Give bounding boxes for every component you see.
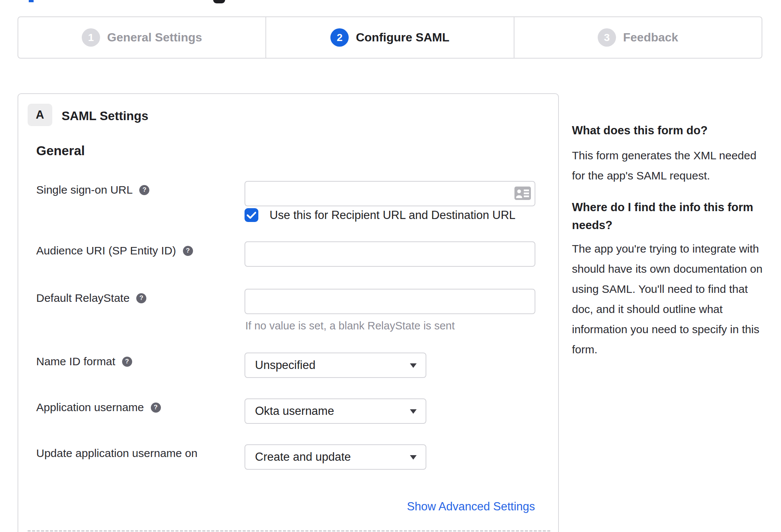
field-label-text: Audience URI (SP Entity ID) <box>36 244 176 257</box>
select-value: Create and update <box>255 450 351 464</box>
step-number-badge: 2 <box>330 28 349 47</box>
help-icon[interactable]: ? <box>183 246 193 256</box>
audience-uri-input[interactable] <box>245 241 535 267</box>
help-question-1: What does this form do? <box>572 122 707 140</box>
step-number-badge: 3 <box>598 28 616 47</box>
section-a-badge: A <box>28 104 52 126</box>
checkmark-icon <box>247 212 256 219</box>
help-answer-2: The app you're trying to integrate with … <box>572 239 762 360</box>
update-application-username-label: Update application username on <box>36 447 197 460</box>
general-section-heading: General <box>36 143 85 158</box>
wizard-stepper: 1 General Settings 2 Configure SAML 3 Fe… <box>18 16 762 59</box>
step-label: Feedback <box>623 31 678 44</box>
show-advanced-settings-link[interactable]: Show Advanced Settings <box>407 500 535 513</box>
field-label-text: Update application username on <box>36 447 197 460</box>
dashed-section-divider <box>28 530 550 532</box>
relaystate-hint: If no value is set, a blank RelayState i… <box>245 320 455 332</box>
update-application-username-select[interactable]: Create and update <box>245 444 426 470</box>
step-configure-saml[interactable]: 2 Configure SAML <box>265 17 513 58</box>
field-label-text: Name ID format <box>36 355 115 368</box>
default-relaystate-input[interactable] <box>245 289 535 314</box>
chevron-down-icon <box>410 363 417 368</box>
saml-settings-card: A SAML Settings General Single sign-on U… <box>18 93 559 532</box>
default-relaystate-label: Default RelayState ? <box>36 292 146 304</box>
name-id-format-label: Name ID format ? <box>36 355 132 368</box>
help-icon[interactable]: ? <box>151 403 161 413</box>
configure-saml-page: 1 General Settings 2 Configure SAML 3 Fe… <box>0 0 781 532</box>
name-id-format-select[interactable]: Unspecified <box>245 353 426 378</box>
recipient-url-checkbox-row: Use this for Recipient URL and Destinati… <box>245 208 516 222</box>
cropped-header-fragment-dark <box>213 0 225 3</box>
audience-uri-label: Audience URI (SP Entity ID) ? <box>36 244 193 257</box>
help-answer-1: This form generates the XML needed for t… <box>572 145 756 186</box>
cropped-header-fragment-blue <box>29 0 34 2</box>
step-feedback[interactable]: 3 Feedback <box>514 17 762 58</box>
single-sign-on-url-input[interactable] <box>245 181 535 206</box>
select-value: Okta username <box>255 404 334 418</box>
single-sign-on-url-input-wrap <box>245 181 535 206</box>
field-label-text: Default RelayState <box>36 292 130 304</box>
step-label: Configure SAML <box>356 31 449 44</box>
help-question-2: Where do I find the info this form needs… <box>572 198 753 234</box>
help-icon[interactable]: ? <box>139 185 149 195</box>
application-username-label: Application username ? <box>36 401 161 414</box>
step-number-badge: 1 <box>82 28 100 47</box>
help-icon[interactable]: ? <box>136 293 146 303</box>
field-label-text: Single sign-on URL <box>36 184 133 196</box>
field-label-text: Application username <box>36 401 144 414</box>
application-username-select[interactable]: Okta username <box>245 398 426 424</box>
recipient-url-checkbox[interactable] <box>245 208 258 222</box>
card-title: SAML Settings <box>62 109 148 123</box>
step-label: General Settings <box>107 31 202 44</box>
select-value: Unspecified <box>255 359 315 372</box>
help-icon[interactable]: ? <box>122 357 132 367</box>
recipient-url-checkbox-label: Use this for Recipient URL and Destinati… <box>270 209 516 222</box>
chevron-down-icon <box>410 409 417 414</box>
step-general-settings[interactable]: 1 General Settings <box>18 17 265 58</box>
single-sign-on-url-label: Single sign-on URL ? <box>36 184 149 196</box>
chevron-down-icon <box>410 455 417 460</box>
